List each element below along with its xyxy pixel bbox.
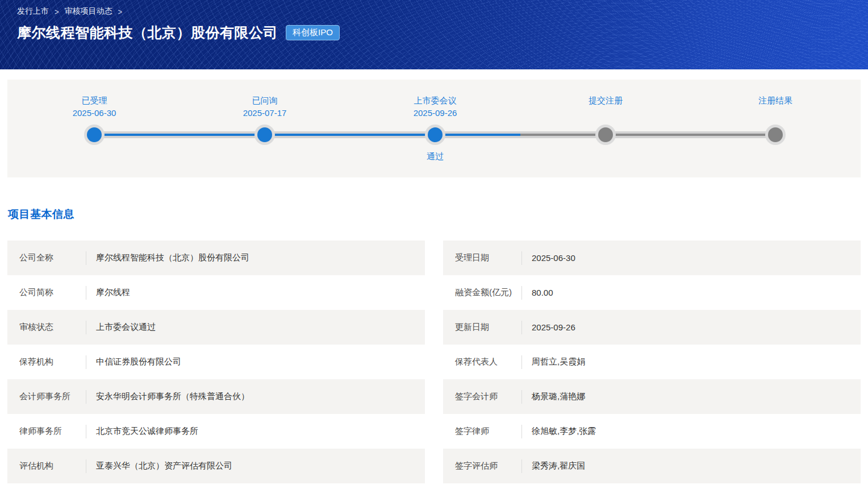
row-divider — [521, 390, 522, 404]
row-divider — [86, 355, 86, 369]
basic-info-tables: 公司全称 摩尔线程智能科技（北京）股份有限公司 公司简称 摩尔线程 审核状态 上… — [7, 241, 861, 483]
row-divider — [86, 286, 86, 300]
row-label: 受理日期 — [443, 252, 521, 263]
row-value: 摩尔线程智能科技（北京）股份有限公司 — [96, 252, 249, 263]
row-value: 中信证券股份有限公司 — [96, 357, 181, 367]
timeline-step-label: 上市委会议 — [378, 96, 492, 106]
timeline-step: 已问询 2025-07-17 — [208, 80, 322, 177]
row-label: 审核状态 — [7, 322, 86, 333]
timeline-step-label: 注册结果 — [719, 96, 832, 106]
row-value: 梁秀涛,翟庆国 — [532, 461, 585, 471]
row-divider — [521, 286, 522, 300]
timeline-steps: 已受理 2025-06-30 已问询 2025-07-17 上市委会议 2025… — [7, 80, 861, 177]
table-row: 审核状态 上市委会议通过 — [7, 310, 425, 345]
row-label: 律师事务所 — [7, 426, 86, 437]
row-value: 杨景璐,蒲艳娜 — [532, 391, 585, 402]
row-value: 80.00 — [532, 288, 553, 297]
row-label: 保荐机构 — [7, 357, 86, 367]
timeline-step-node — [765, 125, 786, 145]
chevron-right-icon: > — [55, 6, 59, 16]
timeline-step-date: 2025-09-26 — [378, 108, 492, 118]
row-divider — [86, 425, 86, 438]
row-value: 上市委会议通过 — [96, 322, 156, 333]
row-divider — [521, 425, 522, 438]
row-label: 会计师事务所 — [7, 391, 86, 402]
timeline-step-label: 提交注册 — [549, 96, 662, 106]
row-divider — [86, 251, 86, 265]
timeline-step: 注册结果 — [719, 80, 832, 177]
title-row: 摩尔线程智能科技（北京）股份有限公司 科创板IPO — [17, 23, 851, 42]
table-row: 保荐机构 中信证券股份有限公司 — [7, 345, 425, 379]
breadcrumb-item[interactable]: 发行上市 — [17, 6, 49, 16]
timeline-step-date: 2025-06-30 — [37, 108, 151, 118]
info-table-right: 受理日期 2025-06-30 融资金额(亿元) 80.00 更新日期 2025… — [443, 241, 861, 483]
table-row: 律师事务所 北京市竞天公诚律师事务所 — [7, 414, 425, 449]
timeline-step-label: 已受理 — [37, 96, 151, 106]
section-title-basic-info: 项目基本信息 — [8, 207, 868, 222]
timeline-step-node — [84, 125, 105, 145]
row-label: 更新日期 — [443, 322, 521, 333]
chevron-right-icon: > — [118, 6, 123, 16]
row-divider — [86, 321, 86, 334]
row-label: 保荐代表人 — [443, 357, 521, 367]
timeline-step-node — [254, 125, 275, 145]
row-value: 周哲立,吴霞娟 — [532, 357, 585, 367]
row-divider — [86, 390, 86, 404]
row-label: 签字会计师 — [443, 391, 521, 402]
timeline-step-date: 2025-07-17 — [208, 108, 322, 118]
table-row: 受理日期 2025-06-30 — [443, 241, 861, 275]
page-header: 发行上市 > 审核项目动态 > 摩尔线程智能科技（北京）股份有限公司 科创板IP… — [0, 0, 868, 69]
row-value: 2025-06-30 — [532, 253, 575, 263]
row-label: 签字评估师 — [443, 461, 521, 471]
page-title: 摩尔线程智能科技（北京）股份有限公司 — [17, 23, 278, 42]
row-label: 签字律师 — [443, 426, 521, 437]
table-row: 签字会计师 杨景璐,蒲艳娜 — [443, 379, 861, 414]
row-value: 安永华明会计师事务所（特殊普通合伙） — [96, 391, 249, 402]
table-row: 会计师事务所 安永华明会计师事务所（特殊普通合伙） — [7, 379, 425, 414]
info-table-left: 公司全称 摩尔线程智能科技（北京）股份有限公司 公司简称 摩尔线程 审核状态 上… — [7, 241, 425, 483]
timeline-step-note: 通过 — [378, 151, 492, 162]
timeline-step-node — [425, 125, 445, 145]
row-value: 亚泰兴华（北京）资产评估有限公司 — [96, 461, 232, 471]
row-divider — [521, 321, 522, 334]
timeline-step-node — [595, 125, 616, 145]
row-value: 徐旭敏,李梦,张露 — [532, 426, 596, 437]
table-row: 融资金额(亿元) 80.00 — [443, 275, 861, 310]
breadcrumb-item[interactable]: 审核项目动态 — [65, 6, 112, 16]
table-row: 保荐代表人 周哲立,吴霞娟 — [443, 345, 861, 379]
row-value: 2025-09-26 — [532, 322, 575, 332]
timeline-step: 上市委会议 2025-09-26 通过 — [378, 80, 492, 177]
table-row: 评估机构 亚泰兴华（北京）资产评估有限公司 — [7, 449, 425, 483]
row-label: 公司简称 — [7, 287, 86, 298]
row-divider — [521, 251, 522, 265]
audit-progress-timeline: 已受理 2025-06-30 已问询 2025-07-17 上市委会议 2025… — [7, 80, 861, 177]
table-row: 签字律师 徐旭敏,李梦,张露 — [443, 414, 861, 449]
table-row: 公司简称 摩尔线程 — [7, 275, 425, 310]
row-value: 摩尔线程 — [96, 287, 130, 298]
row-divider — [521, 355, 522, 369]
table-row: 更新日期 2025-09-26 — [443, 310, 861, 345]
row-divider — [86, 459, 86, 473]
table-row: 签字评估师 梁秀涛,翟庆国 — [443, 449, 861, 483]
row-value: 北京市竞天公诚律师事务所 — [96, 426, 198, 437]
timeline-step-label: 已问询 — [208, 96, 322, 106]
row-label: 融资金额(亿元) — [443, 287, 521, 298]
row-label: 评估机构 — [7, 461, 86, 471]
table-row: 公司全称 摩尔线程智能科技（北京）股份有限公司 — [7, 241, 425, 275]
board-ipo-badge: 科创板IPO — [286, 25, 340, 40]
timeline-step: 提交注册 — [549, 80, 662, 177]
row-label: 公司全称 — [7, 252, 86, 263]
breadcrumb: 发行上市 > 审核项目动态 > — [17, 6, 851, 17]
row-divider — [521, 459, 522, 473]
timeline-step: 已受理 2025-06-30 — [37, 80, 151, 177]
